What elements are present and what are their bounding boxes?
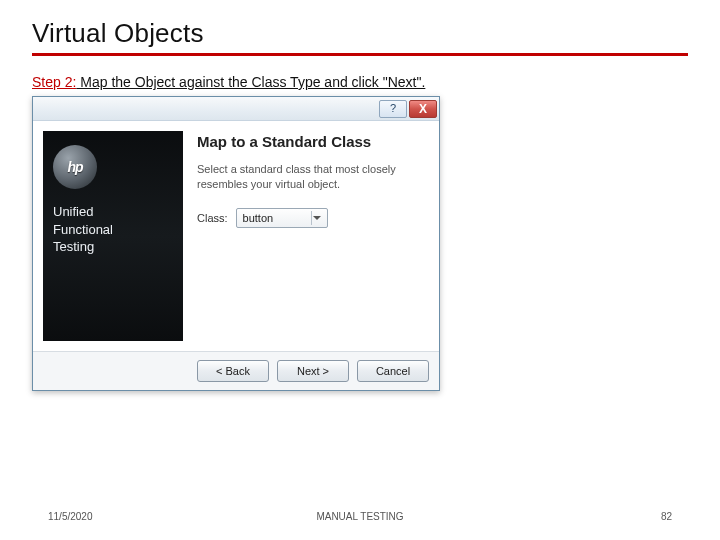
hp-logo-text: hp [67,159,82,175]
back-button[interactable]: < Back [197,360,269,382]
help-icon: ? [390,103,396,114]
step-text: Map the Object against the Class Type an… [76,74,425,90]
help-button[interactable]: ? [379,100,407,118]
close-icon: X [419,103,427,115]
product-line-2: Functional [53,221,173,239]
wizard-heading: Map to a Standard Class [197,133,425,150]
footer-date: 11/5/2020 [48,511,93,522]
slide-title: Virtual Objects [32,18,688,49]
dialog-sidebar: hp Unified Functional Testing [43,131,183,341]
cancel-button[interactable]: Cancel [357,360,429,382]
dialog-titlebar: ? X [33,97,439,121]
chevron-down-icon [311,211,323,225]
footer-center: MANUAL TESTING [316,511,403,522]
dialog-content: Map to a Standard Class Select a standar… [193,131,429,341]
footer-page: 82 [661,511,672,522]
hp-logo-icon: hp [53,145,97,189]
next-button[interactable]: Next > [277,360,349,382]
class-label: Class: [197,212,228,224]
step-prefix: Step 2: [32,74,76,90]
step-instruction: Step 2: Map the Object against the Class… [32,74,688,90]
wizard-dialog: ? X hp Unified Functional Testing Map to… [32,96,440,391]
class-dropdown-value: button [243,212,274,224]
product-line-1: Unified [53,203,173,221]
product-name: Unified Functional Testing [53,203,173,256]
product-line-3: Testing [53,238,173,256]
dialog-footer: < Back Next > Cancel [33,351,439,390]
class-dropdown[interactable]: button [236,208,328,228]
close-button[interactable]: X [409,100,437,118]
class-field-row: Class: button [197,208,425,228]
dialog-body: hp Unified Functional Testing Map to a S… [33,121,439,351]
wizard-subtext: Select a standard class that most closel… [197,162,397,192]
title-underline [32,53,688,56]
slide-footer: 11/5/2020 MANUAL TESTING 82 [0,511,720,522]
